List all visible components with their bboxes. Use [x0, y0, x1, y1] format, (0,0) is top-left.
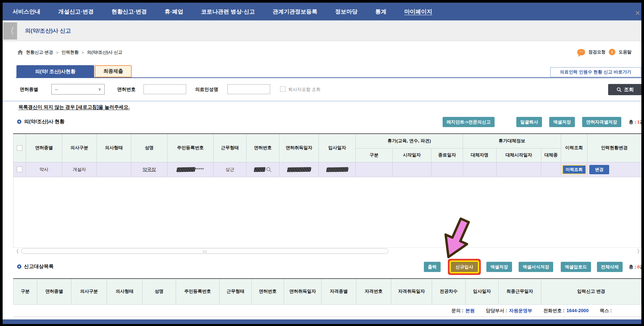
doctor-status-table: 면허종별 의사구분 의사형태 성명 주민등록번호 근무형태 면허번호 면허취득일… [13, 133, 641, 177]
resident-to-specialist-button[interactable]: 레지던트->전문의신고 [443, 117, 495, 127]
col2-work-type: 근무형태 [219, 279, 252, 304]
contact-footer: 문의 :본원 담당부서 :자원운영부 전화번호 :1644-2000 팩스 : [13, 305, 641, 317]
page-title: 의(약/조산)사 신고 [25, 20, 71, 41]
license-grade-save-button[interactable]: 면허자격별저장 [582, 117, 621, 127]
excel-template-save-button[interactable]: 엑셀서식저장 [519, 262, 553, 272]
nav-item-agency-info[interactable]: 관계기관정보등록 [272, 8, 317, 15]
tab-doctor-status[interactable]: 의(약/ 조산)사현황 [16, 65, 94, 78]
inspection-request-icon: ··· [577, 49, 585, 55]
col2-join-date: 입사일자 [466, 279, 499, 304]
col-leave-kind: 구분 [356, 148, 393, 162]
filter-bar: 면허종별 -- ∨ 면허번호 의료인성명 퇴사자포함 조회 조회 [3, 84, 641, 95]
col-sub-name: 대체자명 [463, 148, 497, 162]
col-license-type: 면허종별 [26, 134, 62, 162]
col-name: 성명 [131, 134, 167, 162]
excel-save-button[interactable]: 엑셀저장 [549, 117, 575, 127]
chevron-down-icon: ∨ [98, 87, 101, 92]
nav-item-status-report[interactable]: 현황신고·변경 [112, 8, 147, 15]
nav-item-info-plaza[interactable]: 정보마당 [335, 8, 357, 15]
back-button[interactable]: 〈 [3, 22, 17, 40]
cell-sub-end [541, 162, 561, 177]
license-type-label: 면허종별 [20, 87, 38, 93]
cell-leave-start [393, 162, 431, 177]
cell-leave-kind [356, 162, 393, 177]
phone-field: 전화번호 :1644-2000 [543, 308, 589, 314]
section1-toolbar: 레지던트->전문의신고 일괄퇴사 엑셀저장 면허자격별저장 총 : 1건 [3, 117, 641, 127]
help-info-icon: i [609, 49, 615, 55]
scrollbar-thumb[interactable]: ||| [21, 248, 388, 254]
col-group-leave: 휴가(교육, 연수, 파견) [356, 134, 463, 148]
row-select-cell [13, 162, 26, 177]
home-icon[interactable] [17, 50, 23, 55]
cell-license-no [246, 162, 279, 177]
col-work-type: 근무형태 [214, 134, 246, 162]
col-sub-end: 대체종 [541, 148, 561, 162]
nav-item-corona-beds[interactable]: 코로나관련 병상·신고 [201, 8, 255, 15]
tab-final-submit[interactable]: 최종제출 [95, 65, 132, 77]
col2-last-work-date: 최종근무일자 [499, 279, 541, 304]
include-retired-checkbox[interactable] [280, 86, 286, 92]
horizontal-scrollbar[interactable]: 〈 ||| 〉 [3, 248, 641, 255]
breadcrumb-item[interactable]: 의(약/조산)사 신고 [87, 49, 122, 55]
help-link[interactable]: 도움말 [619, 49, 631, 55]
col-join-date: 입사일자 [319, 134, 356, 162]
cell-rrn: ***** [167, 162, 214, 177]
breadcrumb-separator: > [82, 50, 84, 55]
new-hire-button[interactable]: 신규입사 [451, 262, 478, 272]
cell-doctor-form [97, 162, 131, 177]
col2-qual-type: 자격종별 [322, 279, 356, 304]
nav-item-open-report[interactable]: 개설신고·변경 [58, 8, 94, 15]
delete-all-button[interactable]: 전체삭제 [597, 262, 623, 272]
col2-major-year: 전공차수 [432, 279, 466, 304]
nav-item-service-guide[interactable]: 서비스안내 [13, 8, 40, 15]
breadcrumb-item[interactable]: 인력현황 [62, 49, 79, 55]
name-link[interactable]: 약국장 [142, 167, 156, 172]
row-checkbox[interactable] [17, 167, 22, 172]
license-type-select[interactable]: -- ∨ [51, 84, 105, 95]
excel-upload-button[interactable]: 엑셀업로드 [561, 262, 591, 272]
history-button[interactable]: 이력조회 [562, 165, 586, 174]
col2-license-no: 면허번호 [252, 279, 284, 304]
cell-license-type: 약사 [26, 162, 62, 177]
cell-license-date [279, 162, 319, 177]
col2-qual-no: 자격번호 [356, 279, 391, 304]
cell-sub-start [497, 162, 541, 177]
search-button-label: 조회 [624, 87, 634, 93]
select-all-checkbox[interactable] [17, 145, 22, 151]
nav-item-statistics[interactable]: 통계 [375, 8, 386, 15]
cell-doctor-class: 개설자 [62, 162, 97, 177]
table1-empty-area [13, 177, 641, 248]
bulk-retire-button[interactable]: 일괄퇴사 [516, 117, 542, 127]
col2-license-date: 면허취득일자 [284, 279, 322, 304]
excel-save-button-2[interactable]: 엑셀저장 [486, 262, 512, 272]
medic-name-input[interactable] [227, 84, 270, 94]
redacted-rrn [176, 167, 195, 172]
col-group-substitute: 휴가대체정보 [463, 134, 561, 148]
col-status-change: 인력현황변경 [587, 134, 641, 162]
change-button[interactable]: 변경 [589, 165, 609, 174]
close-icon[interactable]: × [635, 8, 640, 18]
cell-sub-name [463, 162, 497, 177]
col-leave-end: 종료일자 [431, 148, 463, 162]
breadcrumb-item[interactable]: 현황신고·변경 [26, 49, 53, 55]
dept-field: 담당부서 :자원운영부 [486, 308, 532, 314]
nav-item-closure[interactable]: 휴·폐업 [165, 8, 183, 15]
scroll-left-icon[interactable]: 〈 [14, 248, 19, 255]
license-type-value: -- [55, 87, 58, 92]
print-button[interactable]: 출력 [424, 262, 441, 272]
license-no-input[interactable] [143, 84, 186, 94]
inspection-request-link[interactable]: 점검요청 [588, 49, 605, 55]
medical-staff-count-shortcut-button[interactable]: 의료인력 인원수 현황 신고 바로가기 [550, 67, 641, 77]
table-row: 약사 개설자 약국장 ***** 상근 이력조회 변경 [13, 162, 641, 177]
divider-line [3, 101, 641, 101]
col2-input-report-change: 입력신고 변경 [541, 279, 641, 304]
magnifier-icon[interactable] [266, 167, 271, 172]
search-button[interactable]: 조회 [608, 84, 641, 95]
breadcrumb-separator: > [56, 50, 59, 55]
breadcrumb: 현황신고·변경 > 인력현황 > 의(약/조산)사 신고 [17, 49, 122, 55]
scroll-right-icon[interactable]: 〉 [637, 248, 641, 255]
app-window: 서비스안내 개설신고·변경 현황신고·변경 휴·폐업 코로나관련 병상·신고 관… [3, 3, 641, 324]
nav-item-mypage[interactable]: 마이페이지 [404, 8, 432, 15]
col2-doctor-form: 의사형태 [107, 279, 142, 304]
license-no-label: 면허번호 [117, 87, 136, 93]
